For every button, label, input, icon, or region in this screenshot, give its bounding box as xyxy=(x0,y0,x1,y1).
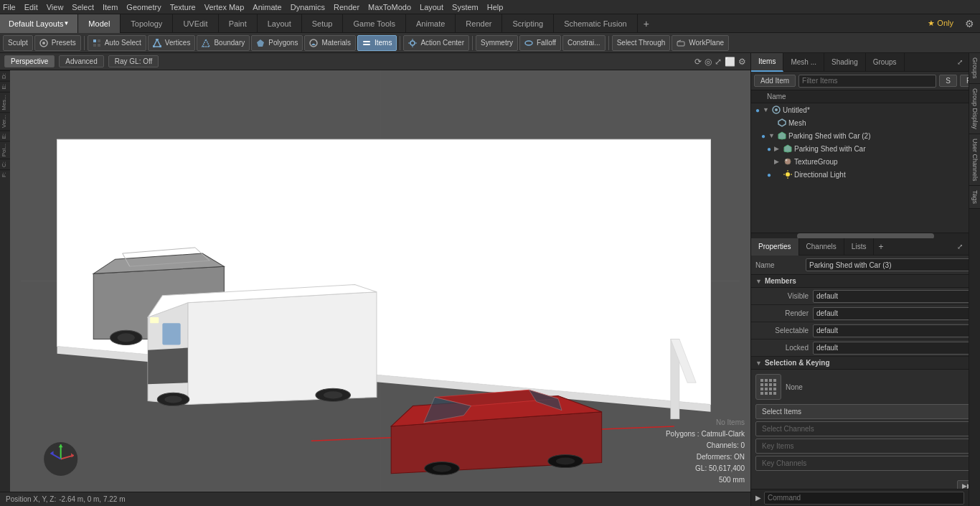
viewport-icon-maximize[interactable]: ⬜ xyxy=(725,57,735,67)
viewport-tab-raygl[interactable]: Ray GL: Off xyxy=(108,55,159,67)
default-layouts-dropdown[interactable]: Default Layouts ▼ xyxy=(0,14,78,33)
item-expand-untitled[interactable]: ▼ xyxy=(763,106,771,113)
auto-select-button[interactable]: Auto Select xyxy=(88,35,146,51)
filter-items-input[interactable] xyxy=(798,75,936,88)
item-eye-mesh[interactable] xyxy=(758,118,768,128)
menu-render[interactable]: Render xyxy=(334,3,359,11)
item-row-untitled[interactable]: ● ▼ Untitled* xyxy=(751,103,980,116)
workplane-button[interactable]: WorkPlane xyxy=(672,35,729,51)
rp-icon-expand[interactable]: ⤢ xyxy=(955,58,965,66)
strip-item-pol[interactable]: Pol... xyxy=(0,141,10,159)
viewport-icon-camera[interactable]: ◎ xyxy=(705,57,712,67)
settings-button[interactable]: ⚙ xyxy=(959,18,980,29)
tab-setup[interactable]: Setup xyxy=(302,14,344,33)
select-through-button[interactable]: Select Through xyxy=(612,35,671,51)
vertices-button[interactable]: Vertices xyxy=(148,35,196,51)
tab-animate[interactable]: Animate xyxy=(406,14,456,33)
menu-animate[interactable]: Animate xyxy=(253,3,281,11)
scene-viewport[interactable] xyxy=(10,70,750,492)
tab-render[interactable]: Render xyxy=(456,14,502,33)
menu-edit[interactable]: Edit xyxy=(24,3,38,11)
tab-game-tools[interactable]: Game Tools xyxy=(343,14,406,33)
key-items-button[interactable]: Key Items xyxy=(755,439,976,454)
tab-schematic[interactable]: Schematic Fusion xyxy=(554,14,637,33)
props-icon-expand[interactable]: ⤢ xyxy=(955,243,965,250)
add-layout-button[interactable]: + xyxy=(638,18,655,29)
select-channels-button[interactable]: Select Channels xyxy=(755,421,976,436)
side-tab-tags[interactable]: Tags xyxy=(969,186,980,209)
side-tab-group-display[interactable]: Group Display xyxy=(969,84,980,134)
items-scrollbar[interactable] xyxy=(751,233,980,238)
menu-vertex-map[interactable]: Vertex Map xyxy=(204,3,245,11)
constrain-button[interactable]: Constrai... xyxy=(562,35,606,51)
falloff-button[interactable]: Falloff xyxy=(519,35,561,51)
props-tab-channels[interactable]: Channels xyxy=(799,238,844,256)
selectable-select[interactable]: default xyxy=(813,324,976,337)
tab-scripting[interactable]: Scripting xyxy=(502,14,554,33)
materials-button[interactable]: Materials xyxy=(304,35,356,51)
star-button[interactable]: ★ Only xyxy=(922,19,959,28)
rp-tab-shading[interactable]: Shading xyxy=(824,53,866,72)
item-eye-untitled[interactable]: ● xyxy=(753,105,763,115)
menu-layout[interactable]: Layout xyxy=(420,3,443,11)
select-items-button[interactable]: Select Items xyxy=(755,404,976,419)
strip-item-c[interactable]: C: xyxy=(0,159,10,169)
item-expand-shed[interactable]: ▶ xyxy=(774,145,783,152)
side-tab-groups[interactable]: Groups xyxy=(969,53,980,84)
item-row-dir-light[interactable]: ● Directional Light xyxy=(763,168,980,181)
nav-gizmo[interactable] xyxy=(43,441,78,477)
item-row-texture-group[interactable]: ▶ TextureGroup xyxy=(763,155,980,168)
selection-keying-header[interactable]: ▼ Selection & Keying xyxy=(751,357,980,370)
symmetry-button[interactable]: Symmetry xyxy=(476,35,518,51)
menu-file[interactable]: File xyxy=(3,3,16,11)
menu-item[interactable]: Item xyxy=(103,3,118,11)
item-row-mesh[interactable]: Mesh xyxy=(757,116,980,129)
menu-select[interactable]: Select xyxy=(72,3,94,11)
strip-item-d[interactable]: D: xyxy=(0,70,10,81)
boundary-button[interactable]: Boundary xyxy=(197,35,250,51)
presets-button[interactable]: Presets xyxy=(34,35,81,51)
viewport-tab-perspective[interactable]: Perspective xyxy=(4,55,55,67)
menu-maxtomode[interactable]: MaxToModo xyxy=(368,3,411,11)
strip-item-ver[interactable]: Ver... xyxy=(0,112,10,130)
item-eye-texture[interactable] xyxy=(764,156,774,167)
tab-uvedit[interactable]: UVEdit xyxy=(173,14,218,33)
strip-item-e2[interactable]: E: xyxy=(0,131,10,141)
menu-texture[interactable]: Texture xyxy=(170,3,196,11)
visible-select[interactable]: default xyxy=(813,290,976,303)
menu-dynamics[interactable]: Dynamics xyxy=(291,3,325,11)
item-row-parking-shed[interactable]: ● ▶ Parking Shed with Car xyxy=(763,142,980,155)
sculpt-button[interactable]: Sculpt xyxy=(3,35,33,51)
side-tab-user-channels[interactable]: User Channels xyxy=(969,134,980,187)
locked-select[interactable]: default xyxy=(813,342,976,355)
tab-layout[interactable]: Layout xyxy=(258,14,302,33)
add-item-button[interactable]: Add Item xyxy=(754,75,796,87)
command-input[interactable] xyxy=(764,492,964,505)
rp-tab-groups[interactable]: Groups xyxy=(866,53,905,72)
strip-item-e1[interactable]: E: xyxy=(0,81,10,92)
menu-geometry[interactable]: Geometry xyxy=(126,3,161,11)
item-expand-texture[interactable]: ▶ xyxy=(774,158,783,165)
render-select[interactable]: default xyxy=(813,307,976,320)
s-button[interactable]: S xyxy=(939,75,957,87)
item-eye-light[interactable]: ● xyxy=(764,169,774,179)
props-add-button[interactable]: + xyxy=(874,242,887,252)
strip-item-mes[interactable]: Mes... xyxy=(0,92,10,113)
viewport-icon-transform[interactable]: ⟳ xyxy=(694,57,702,67)
tab-topology[interactable]: Topology xyxy=(121,14,173,33)
keying-icon[interactable] xyxy=(755,374,781,400)
action-center-button[interactable]: Action Center xyxy=(403,35,469,51)
tab-paint[interactable]: Paint xyxy=(219,14,258,33)
viewport-icon-fit[interactable]: ⤢ xyxy=(715,57,722,67)
name-input[interactable] xyxy=(806,258,976,271)
viewport-canvas[interactable]: D: E: Mes... Ver... E: Pol... C: F: xyxy=(0,70,750,492)
menu-help[interactable]: Help xyxy=(487,3,504,11)
item-eye-shed[interactable]: ● xyxy=(764,144,774,154)
item-eye-shed-group[interactable]: ● xyxy=(758,131,768,141)
props-tab-properties[interactable]: Properties xyxy=(751,238,799,256)
item-row-parking-shed-group[interactable]: ● ▼ Parking Shed with Car (2) xyxy=(757,129,980,142)
strip-item-f[interactable]: F: xyxy=(0,169,10,179)
rp-tab-mesh[interactable]: Mesh ... xyxy=(783,53,824,72)
key-channels-button[interactable]: Key Channels xyxy=(755,456,976,471)
polygons-button[interactable]: Polygons xyxy=(251,35,303,51)
